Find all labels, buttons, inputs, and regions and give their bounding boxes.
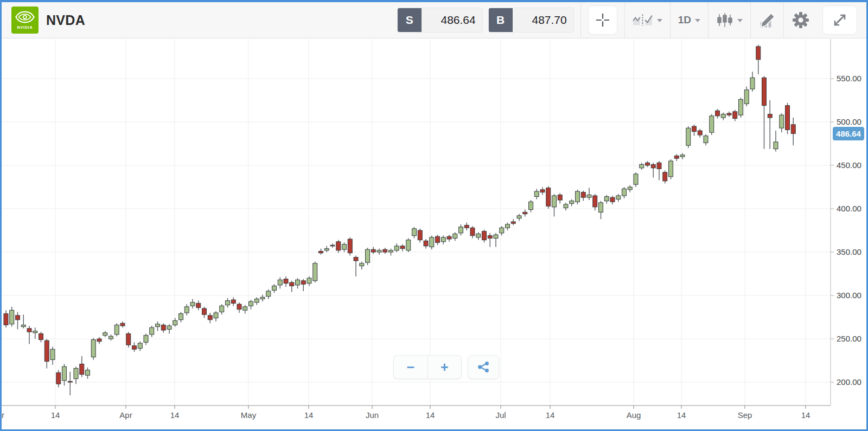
toolbar-separator [750,2,751,38]
instrument-header: NVIDIA NVDA [11,7,397,34]
toolbar: NVIDIA NVDA S 486.64 B 487.70 [2,2,866,38]
timeframe-dropdown[interactable]: 1D [672,2,707,38]
svg-text:500.00: 500.00 [837,117,861,126]
nvidia-wordmark: NVIDIA [14,25,36,30]
candle-style-icon [716,12,733,28]
zoom-in-button[interactable]: + [427,356,461,378]
svg-text:300.00: 300.00 [837,291,861,300]
current-price-badge: 486.64 [833,127,864,140]
crosshair-icon [595,12,610,28]
svg-text:400.00: 400.00 [837,204,861,213]
toolbar-separator [670,2,671,38]
svg-text:Jul: Jul [495,410,506,420]
timeframe-label: 1D [678,14,691,26]
share-button[interactable] [468,355,499,379]
svg-text:486.64: 486.64 [836,129,861,138]
crosshair-section [582,2,623,38]
svg-text:Apr: Apr [119,410,132,420]
svg-text:Jun: Jun [366,410,379,420]
compare-charts-icon [633,13,653,27]
sell-price: 486.64 [422,14,482,27]
chevron-down-icon [695,19,700,22]
nvidia-logo: NVIDIA [11,7,39,34]
svg-text:350.00: 350.00 [837,247,861,256]
svg-text:550.00: 550.00 [837,74,861,83]
toolbar-separator [783,2,784,38]
compare-charts-button[interactable] [626,2,669,38]
buy-button[interactable]: B 487.70 [488,8,574,33]
buy-badge: B [489,8,513,33]
gridlines [2,39,831,406]
svg-text:14: 14 [546,410,555,420]
chart-area: 550.00500.00450.00400.00350.00300.00250.… [2,39,866,429]
axes [2,39,834,409]
expand-arrows-icon [833,13,847,27]
symbol-title: NVDA [46,12,85,28]
svg-text:14: 14 [304,410,314,420]
fullscreen-button[interactable] [823,6,857,34]
svg-text:Sep: Sep [738,410,752,420]
svg-text:14: 14 [801,410,810,420]
buy-price: 487.70 [513,14,573,27]
svg-text:450.00: 450.00 [837,160,861,170]
candle-style-dropdown[interactable] [710,2,749,38]
svg-text:14: 14 [677,410,686,420]
svg-text:14: 14 [426,410,435,420]
draw-tools-button[interactable] [752,2,782,38]
toolbar-right: S 486.64 B 487.70 [397,2,863,38]
svg-text:250.00: 250.00 [837,334,861,343]
fullscreen-section [816,2,863,38]
toolbar-separator [708,2,709,38]
svg-text:Aug: Aug [627,410,641,420]
settings-section [785,2,816,38]
svg-text:14: 14 [170,410,180,420]
settings-gear-icon[interactable] [792,11,810,29]
chevron-down-icon [737,19,743,22]
toolbar-separator [580,2,581,38]
svg-text:Mar: Mar [2,410,4,420]
sell-button[interactable]: S 486.64 [397,8,483,33]
svg-text:NVIDIA: NVIDIA [17,25,33,30]
chart-window: NVIDIA NVDA S 486.64 B 487.70 [0,0,868,431]
nvidia-eye-icon [15,11,35,25]
svg-text:14: 14 [51,410,60,420]
toolbar-separator [624,2,625,38]
sell-badge: S [398,8,422,33]
draw-pencil-icon [758,12,776,28]
candles [4,45,795,395]
zoom-controls: − + [393,355,462,379]
crosshair-button[interactable] [589,6,617,34]
zoom-out-button[interactable]: − [394,356,427,378]
share-icon [477,361,490,374]
svg-text:200.00: 200.00 [837,377,861,387]
svg-text:May: May [241,410,257,420]
chevron-down-icon [657,19,662,22]
